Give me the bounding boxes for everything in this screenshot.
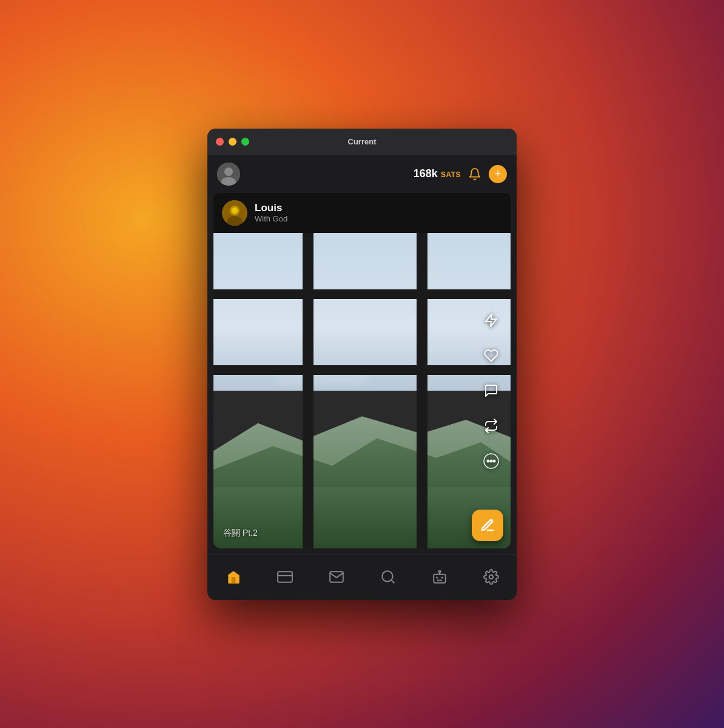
user-avatar[interactable] — [217, 163, 240, 186]
nav-home[interactable] — [220, 564, 247, 590]
svg-rect-16 — [434, 574, 446, 582]
heart-icon[interactable] — [480, 345, 502, 366]
frame-bar-right — [417, 233, 427, 548]
frame-bar-top — [213, 289, 511, 299]
nav-settings[interactable] — [478, 564, 504, 590]
post-caption: 谷關 Pt.2 — [223, 528, 258, 539]
sats-label: SATS — [441, 170, 461, 179]
sats-amount: 168k — [414, 167, 438, 180]
post-image: 谷關 Pt.2 — [213, 233, 511, 548]
nav-bot[interactable] — [426, 564, 453, 590]
app-window: Current 168k SATS — [207, 129, 517, 600]
window-frame-overlay — [213, 233, 511, 548]
minimize-button[interactable] — [229, 138, 236, 146]
svg-point-10 — [491, 460, 492, 462]
svg-point-5 — [232, 207, 238, 214]
sats-display: 168k SATS — [414, 167, 461, 180]
svg-point-17 — [438, 570, 440, 572]
more-icon[interactable] — [480, 450, 502, 472]
svg-point-9 — [488, 460, 489, 462]
post-subtitle: With God — [255, 214, 287, 223]
post-avatar[interactable] — [222, 200, 247, 226]
repost-icon[interactable] — [480, 415, 502, 437]
bell-icon[interactable] — [468, 167, 481, 181]
frame-bar-mid — [213, 365, 511, 375]
lightning-icon[interactable] — [480, 309, 502, 331]
bottom-nav — [207, 554, 517, 600]
post-meta: Louis With God — [255, 202, 287, 223]
svg-marker-7 — [486, 314, 497, 326]
nav-wallet[interactable] — [272, 564, 298, 590]
post-avatar-image — [222, 200, 247, 226]
post-card: Louis With God — [213, 193, 511, 548]
window-title: Current — [348, 137, 377, 146]
post-image-bg — [213, 233, 511, 548]
titlebar: Current — [207, 129, 517, 155]
post-actions — [480, 309, 502, 472]
svg-point-11 — [494, 460, 495, 462]
svg-point-21 — [489, 575, 493, 579]
nav-search[interactable] — [375, 564, 401, 590]
compose-button[interactable] — [472, 510, 503, 541]
nav-mail[interactable] — [323, 564, 350, 590]
plus-button[interactable]: + — [489, 165, 507, 183]
close-button[interactable] — [216, 138, 224, 146]
comment-icon[interactable] — [480, 380, 502, 402]
post-username: Louis — [255, 202, 287, 214]
post-header: Louis With God — [213, 193, 511, 233]
app-header: 168k SATS + — [207, 155, 517, 193]
header-right: 168k SATS + — [414, 165, 507, 183]
maximize-button[interactable] — [241, 138, 249, 146]
frame-bar-left — [303, 233, 313, 548]
traffic-lights — [216, 138, 249, 146]
svg-rect-12 — [278, 571, 292, 582]
avatar-image — [217, 163, 240, 186]
svg-point-1 — [224, 167, 233, 176]
svg-line-15 — [391, 580, 394, 583]
